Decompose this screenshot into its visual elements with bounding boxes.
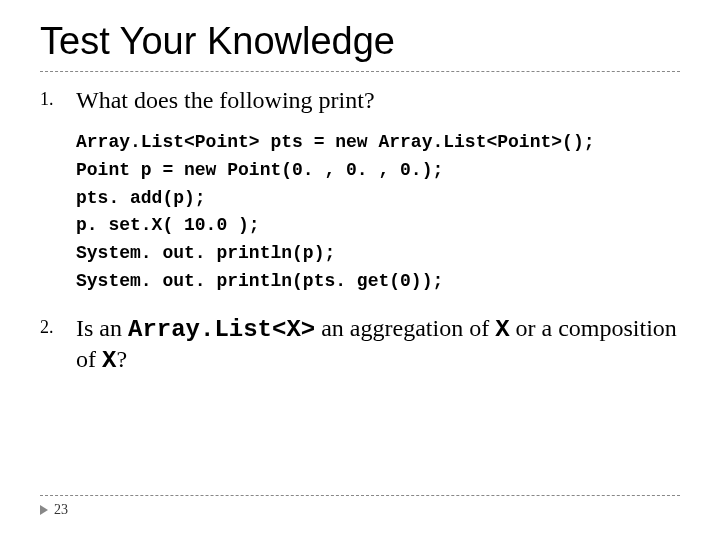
question-item-1: 1. What does the following print? Array.… [40,86,680,296]
text-fragment: an aggregation of [315,315,495,341]
question-item-2: 2. Is an Array.List<X> an aggregation of… [40,314,680,376]
code-inline: X [102,347,116,374]
question-text: Is an Array.List<X> an aggregation of X … [76,314,680,376]
slide: Test Your Knowledge 1. What does the fol… [0,0,720,540]
text-fragment: ? [116,346,127,372]
question-number: 1. [40,89,54,110]
page-title: Test Your Knowledge [40,20,680,63]
question-text: What does the following print? [76,86,680,115]
footer-divider [40,495,680,496]
question-list: 1. What does the following print? Array.… [40,86,680,376]
page-number: 23 [54,502,68,518]
question-number: 2. [40,317,54,338]
code-inline: X [495,316,509,343]
footer-row: 23 [40,502,680,518]
text-fragment: Is an [76,315,128,341]
title-divider [40,71,680,72]
arrow-right-icon [40,505,48,515]
code-block: Array.List<Point> pts = new Array.List<P… [76,129,680,296]
code-inline: Array.List<X> [128,316,315,343]
slide-footer: 23 [40,495,680,518]
